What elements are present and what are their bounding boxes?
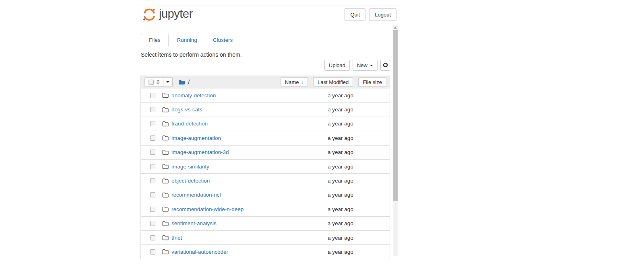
row-checkbox[interactable] [150, 164, 155, 169]
last-modified-value: a year ago [316, 92, 365, 99]
folder-outline-icon [162, 178, 169, 184]
folder-link[interactable]: image-augmentation-3d [171, 149, 229, 155]
row-checkbox[interactable] [150, 93, 155, 98]
folder-link[interactable]: image-similarity [171, 164, 209, 170]
table-row: anomaly-detection a year ago [141, 88, 390, 102]
folder-link[interactable]: object-detection [171, 178, 210, 184]
file-listing: 0 / Name ↓ Last Modified [140, 76, 390, 259]
jupyter-logo-icon [142, 8, 156, 21]
jupyter-file-browser: jupyter Quit Logout Files Running Cluste… [140, 0, 398, 273]
refresh-icon [382, 62, 388, 68]
breadcrumb-root-folder[interactable] [178, 79, 185, 85]
folder-link[interactable]: recommendation-wide-n-deep [171, 206, 244, 212]
row-checkbox[interactable] [150, 135, 155, 141]
row-checkbox[interactable] [150, 107, 155, 112]
last-modified-value: a year ago [316, 164, 365, 170]
last-modified-value: a year ago [316, 178, 365, 184]
caret-down-icon [370, 65, 373, 66]
logout-button[interactable]: Logout [369, 8, 396, 21]
folder-outline-icon [162, 92, 169, 98]
tab-files[interactable]: Files [141, 34, 169, 46]
table-row: tfnet a year ago [141, 230, 390, 244]
folder-outline-icon [162, 135, 169, 141]
new-dropdown-label: New [357, 62, 367, 68]
refresh-button[interactable] [380, 60, 390, 71]
jupyter-logo: jupyter [142, 8, 193, 21]
select-all-checkbox[interactable] [149, 80, 154, 85]
folder-outline-icon [162, 206, 169, 212]
folder-link[interactable]: variational-autoencoder [171, 249, 228, 255]
last-modified-value: a year ago [316, 235, 365, 241]
listing-rows: anomaly-detection a year ago dogs-vs-cat… [141, 88, 390, 259]
folder-link[interactable]: sentiment-analysis [171, 220, 217, 226]
folder-outline-icon [162, 150, 169, 155]
last-modified-value: a year ago [316, 206, 365, 212]
row-checkbox[interactable] [150, 249, 155, 255]
listing-header: 0 / Name ↓ Last Modified [141, 76, 390, 88]
vertical-scrollbar[interactable] [393, 25, 398, 256]
table-row: fraud-detection a year ago [141, 117, 390, 131]
top-divider [140, 6, 398, 6]
quit-button[interactable]: Quit [345, 8, 365, 21]
table-row: image-augmentation-3d a year ago [141, 145, 390, 159]
select-all-button[interactable]: 0 [144, 77, 163, 87]
last-modified-value: a year ago [316, 135, 365, 141]
table-row: recommendation-ncf a year ago [141, 188, 390, 202]
upload-button[interactable]: Upload [324, 60, 350, 71]
content-area: Files Running Clusters Select items to p… [140, 25, 393, 263]
selected-count: 0 [157, 79, 159, 85]
table-row: object-detection a year ago [141, 173, 390, 187]
row-checkbox[interactable] [150, 221, 155, 226]
scroll-up-arrow-icon[interactable] [394, 27, 397, 29]
last-modified-value: a year ago [316, 249, 365, 255]
last-modified-value: a year ago [316, 121, 365, 127]
folder-outline-icon [162, 221, 169, 226]
table-row: recommendation-wide-n-deep a year ago [141, 202, 390, 216]
folder-link[interactable]: anomaly-detection [171, 92, 216, 99]
row-checkbox[interactable] [150, 150, 155, 155]
last-modified-value: a year ago [316, 192, 365, 198]
folder-outline-icon [162, 121, 169, 127]
masthead: jupyter Quit Logout [140, 8, 396, 21]
folder-outline-icon [162, 164, 169, 169]
tab-clusters[interactable]: Clusters [213, 34, 233, 46]
folder-outline-icon [162, 235, 169, 240]
folder-outline-icon [162, 107, 169, 113]
folder-link[interactable]: fraud-detection [171, 121, 208, 127]
row-checkbox[interactable] [150, 121, 155, 126]
table-row: variational-autoencoder a year ago [141, 244, 390, 259]
caret-down-icon [166, 81, 169, 83]
last-modified-value: a year ago [316, 220, 365, 226]
select-all-group: 0 [144, 77, 173, 87]
last-modified-value: a year ago [316, 149, 365, 155]
folder-link[interactable]: recommendation-ncf [171, 192, 221, 198]
folder-outline-icon [162, 192, 169, 198]
folder-link[interactable]: dogs-vs-cats [171, 107, 202, 113]
new-dropdown-button[interactable]: New [353, 60, 378, 71]
row-checkbox[interactable] [150, 207, 155, 212]
arrow-down-icon: ↓ [301, 79, 303, 85]
sort-file-size-button[interactable]: File size [358, 77, 386, 87]
logo-text: jupyter [159, 8, 193, 20]
last-modified-value: a year ago [316, 107, 365, 113]
folder-outline-icon [162, 249, 169, 255]
breadcrumb: / [188, 79, 190, 85]
select-items-message: Select items to perform actions on them. [141, 51, 242, 58]
folder-link[interactable]: tfnet [171, 235, 182, 241]
row-checkbox[interactable] [150, 235, 155, 240]
select-dropdown-button[interactable] [163, 77, 173, 87]
sort-name-button[interactable]: Name ↓ [281, 77, 308, 87]
sort-name-label: Name [285, 79, 299, 85]
tab-bar: Files Running Clusters [141, 33, 390, 46]
table-row: image-similarity a year ago [141, 159, 390, 173]
table-row: image-augmentation a year ago [141, 131, 390, 145]
action-toolbar: Upload New [140, 60, 390, 71]
sort-last-modified-button[interactable]: Last Modified [313, 77, 353, 87]
folder-link[interactable]: image-augmentation [171, 135, 221, 141]
folder-solid-icon [178, 79, 185, 85]
tab-running[interactable]: Running [177, 34, 197, 46]
table-row: dogs-vs-cats a year ago [141, 102, 390, 116]
row-checkbox[interactable] [150, 178, 155, 183]
scrollbar-thumb[interactable] [393, 30, 398, 201]
row-checkbox[interactable] [150, 192, 155, 197]
